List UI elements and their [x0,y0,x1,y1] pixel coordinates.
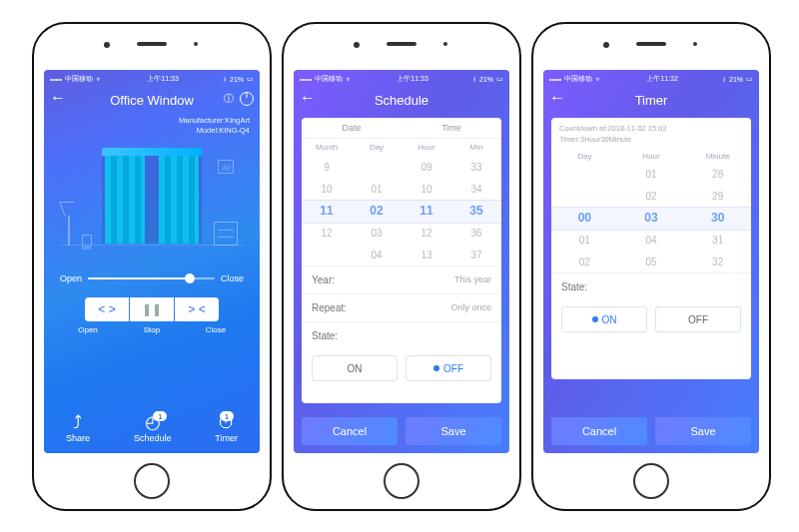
home-button[interactable] [134,463,170,499]
cancel-button[interactable]: Cancel [551,417,647,445]
status-bar: ••••• 中国移动 ᯤ 上午11:33 ᚼ 21% ▭ [44,70,260,86]
tab-schedule-label: Schedule [134,433,172,443]
header: ← Office Window ⓘ [44,86,260,114]
back-icon[interactable]: ← [50,90,66,106]
picker-row: 020532 [551,251,751,272]
battery-percent: 21% [729,76,743,83]
sensor-dot [443,42,447,46]
wifi-icon: ᯤ [595,76,602,83]
battery-percent: 21% [230,76,244,83]
curtain-window [102,148,202,244]
control-labels: Open Stop Close [44,325,260,334]
bezel-top [34,24,270,70]
floor-line [60,245,244,246]
status-time: 上午11:32 [646,74,678,84]
save-button[interactable]: Save [405,417,501,445]
back-icon[interactable]: ← [549,90,565,106]
slider-close-label: Close [221,273,244,283]
phone-mockup-1: ••••• 中国移动 ᯤ 上午11:33 ᚼ 21% ▭ ← Office Wi… [32,22,272,511]
battery-icon: ▭ [247,75,254,83]
tab-share[interactable]: ⤴ Share [66,413,90,443]
timer-badge: 1 [220,411,234,421]
bt-icon: ᚼ [223,76,227,83]
page-title: Office Window [110,93,194,108]
close-label: Close [194,325,238,334]
power-icon[interactable] [240,92,254,106]
info-icon[interactable]: ⓘ [224,92,234,106]
openness-slider[interactable] [88,277,215,279]
signal-icon: ••••• [300,76,312,83]
open-label: Open [66,325,110,334]
sensor-dot [693,42,697,46]
repeat-label: Repeat: [312,302,347,313]
col-minute: Minute [684,152,751,161]
state-on-button[interactable]: ON [561,306,647,332]
cancel-label: Cancel [333,425,367,437]
tab-timer[interactable]: ⏱ 1 Timer [215,413,238,443]
status-time: 上午11:33 [147,74,179,84]
status-bar: ••••• 中国移动 ᯤ 上午11:32 ᚼ 21% ▭ [543,70,759,86]
camera-dot [354,42,360,48]
camera-dot [603,42,609,48]
year-row[interactable]: Year: This year [302,266,501,293]
bt-icon: ᚼ [472,76,476,83]
state-off-button[interactable]: OFF [655,306,741,332]
battery-percent: 21% [479,76,493,83]
screen-timer: ••••• 中国移动 ᯤ 上午11:32 ᚼ 21% ▭ ← Timer Cou… [543,70,759,453]
back-icon[interactable]: ← [300,90,316,106]
status-bar: ••••• 中国移动 ᯤ 上午11:33 ᚼ 21% ▭ [294,70,509,86]
repeat-row[interactable]: Repeat: Only once [302,293,501,321]
close-button[interactable]: > < [175,297,219,321]
carrier-label: 中国移动 [315,74,343,84]
slider-open-label: Open [60,273,82,283]
state-label: State: [561,281,587,292]
state-off-label: OFF [443,363,463,374]
state-row: State: [302,321,501,349]
bezel-top [533,24,769,70]
save-button[interactable]: Save [655,417,751,445]
battery-icon: ▭ [496,75,503,83]
tab-schedule[interactable]: ◴ 1 Schedule [134,413,172,443]
cancel-label: Cancel [582,425,616,437]
curtain-right [159,156,199,244]
schedule-badge: 1 [153,411,167,421]
carrier-label: 中国移动 [65,74,93,84]
cancel-button[interactable]: Cancel [302,417,398,445]
curtain-illustration [60,138,244,264]
header: ← Timer [543,86,759,114]
status-time: 上午11:33 [397,74,428,84]
datetime-picker[interactable]: 90933 10011034 11021135 12031236 041337 [302,156,501,266]
speaker-slot [636,42,666,46]
state-off-button[interactable]: OFF [405,355,491,381]
slider-thumb[interactable] [185,273,195,283]
wifi-icon: ᯤ [96,76,103,83]
home-button[interactable] [384,463,419,499]
column-headers: Day Hour Minute [551,146,751,163]
phone-mockup-3: ••••• 中国移动 ᯤ 上午11:32 ᚼ 21% ▭ ← Timer Cou… [531,22,771,511]
picker-row-selected: 11021135 [302,200,501,222]
time-header: Time [401,118,501,138]
page-title: Schedule [375,93,428,108]
tab-share-label: Share [66,433,90,443]
curtain-left [105,156,145,244]
picker-row: 041337 [302,244,501,266]
stop-button[interactable]: ❚❚ [130,297,174,321]
battery-icon: ▭ [746,75,753,83]
picker-row: 0128 [551,163,751,185]
picker-row: 12031236 [302,222,501,244]
state-row: State: [551,272,751,300]
repeat-value: Only once [450,302,491,313]
sensor-dot [194,42,198,46]
manufacturer-value: KingArt [225,116,250,125]
state-on-button[interactable]: ON [312,355,398,381]
bt-icon: ᚼ [722,76,726,83]
countdown-note: Countdown at:2018-11-02 15:02 [551,118,751,135]
curtain-control-group: < > ❚❚ > < [44,297,260,321]
state-on-label: ON [602,314,617,325]
home-button[interactable] [633,463,669,499]
duration-picker[interactable]: 0128 0229 000330 010431 020532 [551,163,751,272]
footer-buttons: Cancel Save [551,417,751,445]
save-label: Save [690,425,715,437]
radio-dot-icon [592,316,598,322]
open-button[interactable]: < > [85,297,129,321]
